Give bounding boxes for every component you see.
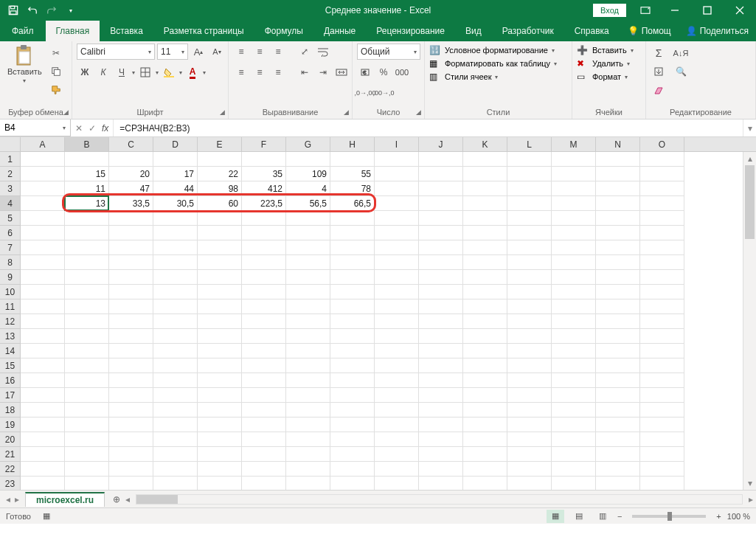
comma-style-icon[interactable]: 000	[394, 64, 410, 80]
number-format-combo[interactable]: Общий▾	[357, 44, 420, 60]
column-header[interactable]: B	[65, 137, 109, 151]
cell[interactable]	[419, 181, 463, 196]
cell[interactable]	[242, 358, 286, 373]
cell[interactable]	[640, 152, 684, 167]
cell[interactable]	[419, 167, 463, 181]
accounting-format-icon[interactable]: €	[357, 64, 373, 80]
cell[interactable]	[198, 211, 242, 226]
cell[interactable]	[552, 358, 596, 373]
cell[interactable]	[507, 462, 552, 477]
decrease-indent-icon[interactable]: ⇤	[296, 64, 313, 80]
row-header[interactable]: 8	[0, 255, 21, 270]
cell[interactable]	[198, 240, 242, 255]
cell[interactable]	[242, 373, 286, 388]
cell[interactable]	[198, 373, 242, 388]
cell[interactable]	[21, 344, 65, 358]
cell[interactable]	[552, 240, 596, 255]
cell[interactable]	[198, 299, 242, 314]
page-break-view-icon[interactable]: ▥	[594, 510, 611, 523]
cell[interactable]	[596, 373, 640, 388]
cell[interactable]	[286, 329, 330, 344]
row-header[interactable]: 5	[0, 211, 21, 226]
cell[interactable]	[640, 447, 684, 462]
minimize-button[interactable]	[659, 0, 691, 21]
tab-review[interactable]: Рецензирование	[366, 21, 455, 41]
cell[interactable]	[242, 240, 286, 255]
cell[interactable]	[286, 388, 330, 403]
cell[interactable]	[330, 270, 375, 285]
ribbon-display-options-icon[interactable]	[632, 0, 659, 21]
cell[interactable]	[552, 388, 596, 403]
column-header[interactable]: D	[153, 137, 198, 151]
scroll-right-icon[interactable]: ▸	[749, 494, 753, 505]
cell[interactable]	[640, 403, 684, 418]
cell[interactable]	[463, 462, 507, 477]
fill-color-icon[interactable]	[161, 64, 177, 80]
add-sheet-icon[interactable]: ⊕	[108, 492, 125, 507]
cell[interactable]	[507, 432, 552, 447]
cell[interactable]	[507, 373, 552, 388]
cell[interactable]	[330, 388, 375, 403]
cell[interactable]	[596, 358, 640, 373]
cell[interactable]	[375, 255, 419, 270]
find-select-icon[interactable]: 🔍	[673, 63, 689, 80]
row-header[interactable]: 9	[0, 270, 21, 285]
hscroll-thumb[interactable]	[136, 495, 178, 504]
cell[interactable]	[375, 167, 419, 181]
cell[interactable]	[463, 152, 507, 167]
cell[interactable]	[552, 255, 596, 270]
cell[interactable]	[552, 152, 596, 167]
cell[interactable]: 44	[153, 181, 198, 196]
cell[interactable]	[109, 299, 153, 314]
cell[interactable]	[242, 255, 286, 270]
cell[interactable]: 11	[65, 181, 109, 196]
cell[interactable]	[153, 285, 198, 299]
underline-button[interactable]: Ч	[114, 64, 130, 80]
cell[interactable]: 60	[198, 196, 242, 211]
cell[interactable]	[198, 314, 242, 329]
zoom-out-icon[interactable]: −	[617, 512, 622, 521]
cell[interactable]	[286, 462, 330, 477]
tab-help[interactable]: Справка	[564, 21, 620, 41]
cell[interactable]	[65, 255, 109, 270]
cell[interactable]: 13	[65, 196, 109, 211]
cell[interactable]	[552, 270, 596, 285]
cell[interactable]	[242, 344, 286, 358]
cell[interactable]	[375, 388, 419, 403]
cell[interactable]	[65, 226, 109, 240]
cell[interactable]	[109, 388, 153, 403]
column-header[interactable]: M	[552, 137, 596, 151]
cell[interactable]: 98	[198, 181, 242, 196]
cell[interactable]	[640, 211, 684, 226]
cell[interactable]	[596, 152, 640, 167]
cell[interactable]	[153, 255, 198, 270]
cell[interactable]	[65, 152, 109, 167]
cell[interactable]	[286, 403, 330, 418]
cell[interactable]: 15	[65, 167, 109, 181]
cell[interactable]	[198, 447, 242, 462]
cell[interactable]	[21, 285, 65, 299]
cell[interactable]	[640, 432, 684, 447]
column-header[interactable]: F	[242, 137, 286, 151]
cell[interactable]	[507, 285, 552, 299]
cell[interactable]	[21, 314, 65, 329]
dialog-launcher-icon[interactable]: ◢	[416, 108, 421, 116]
cell[interactable]	[463, 299, 507, 314]
cell[interactable]	[65, 388, 109, 403]
cell[interactable]	[552, 285, 596, 299]
chevron-down-icon[interactable]: ▾	[156, 69, 159, 76]
cell[interactable]	[375, 329, 419, 344]
column-header[interactable]: E	[198, 137, 242, 151]
cell[interactable]	[109, 344, 153, 358]
cell[interactable]	[153, 432, 198, 447]
cell[interactable]	[596, 432, 640, 447]
cell[interactable]	[109, 329, 153, 344]
cell[interactable]	[153, 270, 198, 285]
cell[interactable]	[242, 477, 286, 490]
tab-insert[interactable]: Вставка	[100, 21, 153, 41]
cell[interactable]	[21, 432, 65, 447]
zoom-level[interactable]: 100 %	[727, 512, 750, 521]
cell[interactable]	[596, 240, 640, 255]
cell[interactable]	[596, 167, 640, 181]
cell[interactable]	[375, 270, 419, 285]
